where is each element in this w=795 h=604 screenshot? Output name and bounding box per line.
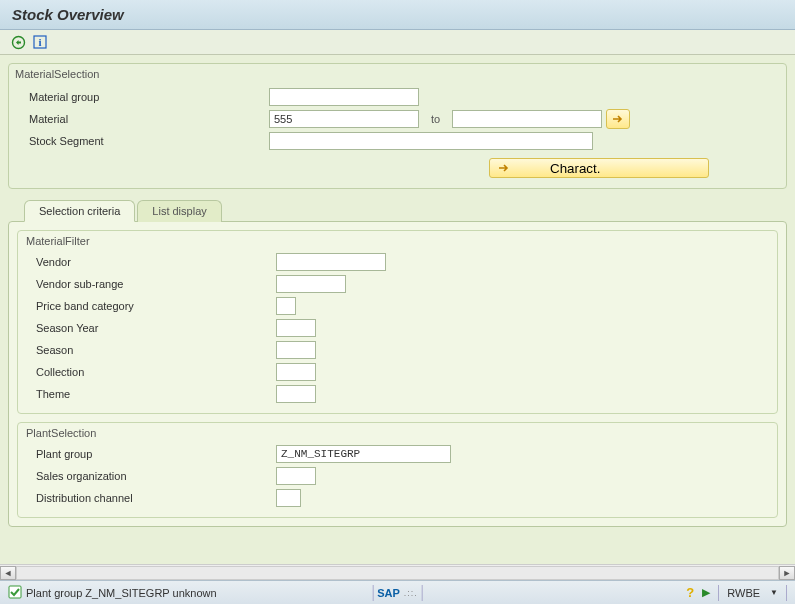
vendor-sub-range-label: Vendor sub-range — [26, 278, 276, 290]
help-icon[interactable]: ? — [686, 585, 694, 600]
material-selection-group: MaterialSelection Material group Materia… — [8, 63, 787, 189]
svg-text:i: i — [38, 36, 41, 48]
season-year-label: Season Year — [26, 322, 276, 334]
status-ok-icon — [8, 585, 22, 601]
stock-segment-input[interactable] — [269, 132, 593, 150]
divider — [372, 585, 373, 601]
svg-rect-3 — [9, 586, 21, 598]
execute-icon[interactable] — [10, 34, 26, 50]
plant-selection-title: PlantSelection — [26, 427, 769, 439]
distribution-channel-input[interactable] — [276, 489, 301, 507]
material-selection-title: MaterialSelection — [15, 68, 776, 80]
price-band-category-input[interactable] — [276, 297, 296, 315]
tcode-label: RWBE — [727, 587, 760, 599]
arrow-right-icon — [498, 163, 510, 173]
charact-button-label: Charact. — [550, 161, 600, 176]
collection-label: Collection — [26, 366, 276, 378]
price-band-category-label: Price band category — [26, 300, 276, 312]
material-group-label: Material group — [19, 91, 269, 103]
tab-selection-criteria[interactable]: Selection criteria — [24, 200, 135, 222]
plant-group-input[interactable] — [276, 445, 451, 463]
vendor-label: Vendor — [26, 256, 276, 268]
material-filter-group: MaterialFilter Vendor Vendor sub-range P… — [17, 230, 778, 414]
scroll-left-button[interactable]: ◄ — [0, 566, 16, 580]
vendor-sub-range-input[interactable] — [276, 275, 346, 293]
statusbar: Plant group Z_NM_SITEGRP unknown SAP .::… — [0, 580, 795, 604]
status-message: Plant group Z_NM_SITEGRP unknown — [26, 587, 217, 599]
tabs: Selection criteria List display — [8, 200, 787, 222]
content-area: MaterialSelection Material group Materia… — [0, 55, 795, 587]
season-year-input[interactable] — [276, 319, 316, 337]
page-title: Stock Overview — [12, 6, 783, 23]
season-input[interactable] — [276, 341, 316, 359]
sap-logo: SAP — [377, 587, 400, 599]
material-group-input[interactable] — [269, 88, 419, 106]
material-multiselect-button[interactable] — [606, 109, 630, 129]
material-from-input[interactable] — [269, 110, 419, 128]
info-icon[interactable]: i — [32, 34, 48, 50]
arrow-right-icon — [612, 114, 624, 124]
plant-group-label: Plant group — [26, 448, 276, 460]
vendor-input[interactable] — [276, 253, 386, 271]
divider — [786, 585, 787, 601]
session-menu-icon[interactable]: ▶ — [702, 586, 710, 599]
toolbar: i — [0, 30, 795, 55]
distribution-channel-label: Distribution channel — [26, 492, 276, 504]
divider — [422, 585, 423, 601]
header: Stock Overview — [0, 0, 795, 30]
tab-panel: MaterialFilter Vendor Vendor sub-range P… — [8, 221, 787, 527]
charact-button[interactable]: Charact. — [489, 158, 709, 178]
sales-org-label: Sales organization — [26, 470, 276, 482]
horizontal-scrollbar[interactable]: ◄ ► — [0, 564, 795, 580]
collection-input[interactable] — [276, 363, 316, 381]
stock-segment-label: Stock Segment — [19, 135, 269, 147]
tab-list-display[interactable]: List display — [137, 200, 221, 222]
sales-org-input[interactable] — [276, 467, 316, 485]
material-filter-title: MaterialFilter — [26, 235, 769, 247]
season-label: Season — [26, 344, 276, 356]
scroll-right-button[interactable]: ► — [779, 566, 795, 580]
theme-input[interactable] — [276, 385, 316, 403]
theme-label: Theme — [26, 388, 276, 400]
plant-selection-group: PlantSelection Plant group Sales organiz… — [17, 422, 778, 518]
divider — [718, 585, 719, 601]
material-to-input[interactable] — [452, 110, 602, 128]
material-label: Material — [19, 113, 269, 125]
material-to-label: to — [431, 113, 440, 125]
tcode-dropdown-icon[interactable]: ▼ — [770, 588, 778, 597]
resize-handle-icon[interactable]: .::. — [404, 588, 418, 598]
scroll-track[interactable] — [16, 566, 779, 580]
